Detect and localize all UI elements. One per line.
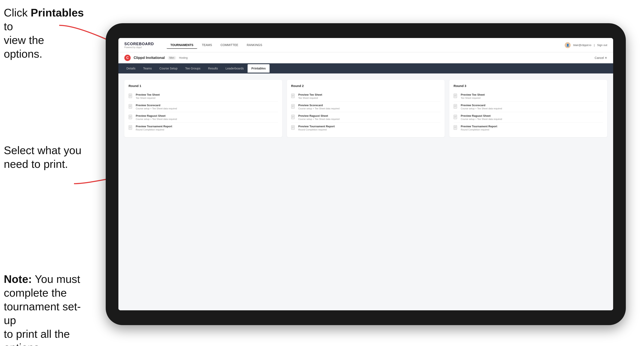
print-item-title: Preview Raguzzi Sheet	[298, 114, 340, 117]
doc-icon	[291, 94, 296, 99]
doc-icon	[454, 94, 458, 99]
doc-icon	[454, 115, 458, 120]
round-3-section: Round 3 Preview Tee Sheet Tee Sheet requ…	[449, 80, 607, 137]
sign-out-link[interactable]: Sign out	[597, 43, 607, 47]
top-nav-right: 👤 blair@clippd.io | Sign out	[565, 42, 607, 48]
instruction-printables-bold: Printables	[31, 6, 84, 19]
user-email: blair@clippd.io	[573, 43, 591, 47]
print-item-text: Preview Scorecard Course setup + Tee She…	[461, 104, 502, 110]
print-item-sub: Round Completion required	[461, 128, 497, 131]
svg-rect-4	[129, 115, 132, 119]
rounds-grid: Round 1 Preview Tee Sheet Tee Sheet requ…	[124, 80, 607, 137]
print-item-text: Preview Tee Sheet Tee Sheet required	[298, 93, 322, 99]
separator: |	[594, 43, 594, 47]
nav-tournaments[interactable]: TOURNAMENTS	[166, 42, 197, 49]
tab-results[interactable]: Results	[204, 64, 222, 73]
round-2-title: Round 2	[291, 84, 440, 88]
sub-tabs: Details Teams Course Setup Tee Groups Re…	[118, 63, 613, 73]
print-item-text: Preview Tournament Report Round Completi…	[298, 125, 335, 131]
user-avatar: 👤	[565, 42, 571, 48]
print-item-sub: Course setup + Tee Sheet data required	[461, 107, 502, 110]
nav-committee[interactable]: COMMITTEE	[217, 42, 242, 49]
tournament-name: Clippd Invitational	[134, 56, 165, 60]
tab-course-setup[interactable]: Course Setup	[156, 64, 182, 73]
tournament-header: C Clippd Invitational Men Hosting Cancel…	[118, 52, 613, 63]
print-item-text: Preview Tournament Report Round Completi…	[136, 125, 172, 131]
doc-icon	[128, 115, 133, 120]
svg-rect-3	[129, 104, 132, 109]
nav-rankings[interactable]: RANKINGS	[243, 42, 266, 49]
svg-rect-7	[291, 104, 294, 109]
print-item-r3-2[interactable]: Preview Raguzzi Sheet Course setup + Tee…	[454, 112, 603, 123]
print-item-title: Preview Raguzzi Sheet	[461, 114, 502, 117]
print-item-r2-1[interactable]: Preview Scorecard Course setup + Tee She…	[291, 102, 440, 112]
svg-rect-5	[129, 125, 132, 130]
tab-leaderboards[interactable]: Leaderboards	[222, 64, 248, 73]
hosting-badge: Hosting	[179, 56, 188, 59]
print-item-r2-2[interactable]: Preview Raguzzi Sheet Course setup + Tee…	[291, 112, 440, 123]
print-item-sub: Tee Sheet required	[461, 97, 484, 99]
print-item-title: Preview Tournament Report	[136, 125, 172, 128]
print-item-title: Preview Tee Sheet	[298, 93, 322, 96]
print-item-r3-0[interactable]: Preview Tee Sheet Tee Sheet required	[454, 91, 603, 102]
print-item-r2-0[interactable]: Preview Tee Sheet Tee Sheet required	[291, 91, 440, 102]
svg-rect-10	[454, 94, 457, 98]
tab-details[interactable]: Details	[123, 64, 139, 73]
print-item-sub: Course setup + Tee Sheet data required	[136, 118, 177, 120]
tab-tee-groups[interactable]: Tee Groups	[182, 64, 204, 73]
svg-rect-6	[291, 94, 294, 98]
top-nav: SCOREBOARD Powered by clippd TOURNAMENTS…	[118, 38, 613, 52]
print-item-title: Preview Raguzzi Sheet	[136, 114, 177, 117]
svg-rect-2	[129, 94, 132, 98]
print-item-r1-1[interactable]: Preview Scorecard Course setup + Tee She…	[128, 102, 278, 112]
print-item-sub: Tee Sheet required	[136, 97, 160, 99]
print-item-text: Preview Raguzzi Sheet Course setup + Tee…	[298, 114, 340, 120]
print-item-r1-2[interactable]: Preview Raguzzi Sheet Course setup + Tee…	[128, 112, 278, 123]
print-item-r1-0[interactable]: Preview Tee Sheet Tee Sheet required	[128, 91, 278, 102]
tab-teams[interactable]: Teams	[139, 64, 156, 73]
round-1-title: Round 1	[128, 84, 278, 88]
instruction-note-bold: Note:	[4, 273, 32, 285]
svg-rect-12	[454, 115, 457, 119]
doc-icon	[128, 125, 133, 131]
tablet-device: SCOREBOARD Powered by clippd TOURNAMENTS…	[106, 23, 626, 325]
nav-teams[interactable]: TEAMS	[198, 42, 216, 49]
print-item-title: Preview Tournament Report	[461, 125, 497, 128]
doc-icon	[128, 94, 133, 99]
cancel-button[interactable]: Cancel ✕	[595, 56, 607, 59]
doc-icon	[454, 104, 458, 110]
tablet-screen: SCOREBOARD Powered by clippd TOURNAMENTS…	[118, 38, 613, 310]
print-item-text: Preview Tournament Report Round Completi…	[461, 125, 497, 131]
round-3-title: Round 3	[454, 84, 603, 88]
print-item-sub: Course setup + Tee Sheet data required	[298, 118, 340, 120]
print-item-r1-3[interactable]: Preview Tournament Report Round Completi…	[128, 123, 278, 133]
svg-rect-11	[454, 104, 457, 109]
doc-icon	[291, 125, 296, 131]
print-item-title: Preview Tee Sheet	[136, 93, 160, 96]
doc-icon	[128, 104, 133, 110]
print-item-text: Preview Raguzzi Sheet Course setup + Tee…	[136, 114, 177, 120]
print-item-r3-1[interactable]: Preview Scorecard Course setup + Tee She…	[454, 102, 603, 112]
print-item-sub: Tee Sheet required	[298, 97, 322, 99]
svg-rect-9	[291, 125, 294, 130]
doc-icon	[454, 125, 458, 131]
print-item-sub: Course setup + Tee Sheet data required	[298, 107, 340, 110]
print-item-sub: Round Completion required	[298, 128, 335, 131]
tournament-name-row: C Clippd Invitational Men Hosting	[124, 55, 188, 61]
top-nav-links: TOURNAMENTS TEAMS COMMITTEE RANKINGS	[166, 42, 565, 49]
print-item-sub: Course setup + Tee Sheet data required	[461, 118, 502, 120]
round-2-section: Round 2 Preview Tee Sheet Tee Sheet requ…	[287, 80, 445, 137]
main-content: Round 1 Preview Tee Sheet Tee Sheet requ…	[118, 73, 613, 310]
print-item-title: Preview Scorecard	[461, 104, 502, 107]
print-item-text: Preview Scorecard Course setup + Tee She…	[136, 104, 177, 110]
print-item-r2-3[interactable]: Preview Tournament Report Round Completi…	[291, 123, 440, 133]
print-item-text: Preview Raguzzi Sheet Course setup + Tee…	[461, 114, 502, 120]
print-item-title: Preview Tournament Report	[298, 125, 335, 128]
print-item-sub: Course setup + Tee Sheet data required	[136, 107, 177, 110]
print-item-text: Preview Scorecard Course setup + Tee She…	[298, 104, 340, 110]
tab-printables[interactable]: Printables	[248, 64, 270, 73]
print-item-text: Preview Tee Sheet Tee Sheet required	[461, 93, 484, 99]
brand: SCOREBOARD Powered by clippd	[124, 42, 158, 48]
print-item-title: Preview Scorecard	[298, 104, 340, 107]
print-item-r3-3[interactable]: Preview Tournament Report Round Completi…	[454, 123, 603, 133]
